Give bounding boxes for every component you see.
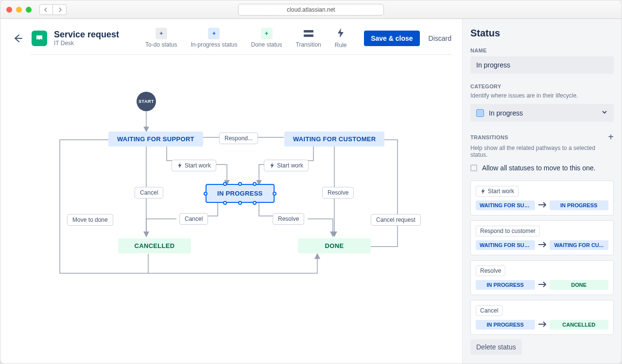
discard-button[interactable]: Discard [429,34,451,42]
delete-status-button[interactable]: Delete status [470,339,522,355]
resize-handle[interactable] [223,201,227,205]
start-node[interactable]: START [137,92,156,111]
transitions-hint: Help show all the related pathways to a … [470,145,614,158]
sidebar-title: Status [470,28,614,39]
status-sidebar: Status NAME CATEGORY Identify where issu… [462,19,622,364]
transition-to-pill: IN PROGRESS [550,200,609,210]
status-waiting-for-support[interactable]: WAITING FOR SUPPORT [108,132,203,147]
workflow-canvas[interactable]: START WAITING FOR SUPPORT WAITING FOR CU… [11,55,451,364]
transition-name: Cancel [476,305,502,316]
lightning-icon [269,163,275,168]
transition-name: Resolve [476,265,505,276]
add-todo-status-button[interactable]: +To-do status [145,28,177,49]
transition-name: Respond to customer [476,226,540,236]
status-done[interactable]: DONE [298,238,371,253]
arrow-right-icon [538,241,547,249]
category-swatch-icon [476,109,484,117]
transition-card[interactable]: Respond to customerWAITING FOR SUP...WAI… [470,220,614,255]
resize-handle[interactable] [273,192,276,196]
transition-from-pill: IN PROGRESS [476,320,535,330]
project-icon [32,31,47,46]
transition-icon [304,28,313,39]
resize-handle[interactable] [238,201,242,205]
lightning-icon [336,28,345,40]
project-name: IT Desk [54,40,119,47]
transition-label: Start work [277,162,303,169]
checkbox-label: Allow all statuses to move to this one. [482,164,595,172]
status-cancelled[interactable]: CANCELLED [118,238,191,253]
category-value: In progress [489,109,523,117]
workflow-title: Service request [54,30,119,40]
category-label: CATEGORY [470,83,614,89]
tool-label: Transition [296,41,321,48]
minimize-window-icon[interactable] [16,7,22,13]
workflow-edges [11,55,451,364]
transition-to-pill: DONE [550,280,609,290]
tool-label: To-do status [145,41,177,48]
resize-handle[interactable] [253,201,257,205]
status-waiting-for-customer[interactable]: WAITING FOR CUSTOMER [284,132,384,147]
category-select[interactable]: In progress [470,104,614,122]
transition-cancel[interactable]: Cancel [179,213,208,225]
add-transition-button[interactable]: + [608,132,614,143]
save-button[interactable]: Save & close [364,31,419,46]
transition-from-pill: WAITING FOR SUP... [476,200,535,210]
transition-to-pill: CANCELLED [550,320,609,330]
transition-card[interactable]: CancelIN PROGRESSCANCELLED [470,300,614,335]
transition-card[interactable]: ResolveIN PROGRESSDONE [470,260,614,295]
window-titlebar: cloud.atlassian.net [0,0,622,19]
add-rule-button[interactable]: Rule [335,28,347,49]
status-name-input[interactable] [470,56,614,74]
transition-cancel[interactable]: Cancel [135,187,163,199]
transition-from-pill: WAITING FOR SUP... [476,240,535,250]
transition-resolve[interactable]: Resolve [273,213,304,225]
lightning-icon [177,163,183,168]
transition-resolve[interactable]: Resolve [322,187,354,199]
resize-handle[interactable] [204,192,207,196]
transition-start-work[interactable]: Start work [264,160,309,171]
resize-handle[interactable] [253,182,257,186]
transition-card[interactable]: Start workWAITING FOR SUP...IN PROGRESS [470,181,614,215]
browser-forward-button[interactable] [53,4,67,15]
add-inprogress-status-button[interactable]: +In-progress status [190,28,237,49]
status-label: IN PROGRESS [217,190,263,197]
tool-label: Done status [251,41,282,48]
checkbox-icon [470,165,477,171]
status-in-progress[interactable]: IN PROGRESS [206,184,275,203]
close-window-icon[interactable] [6,7,12,13]
add-done-status-button[interactable]: +Done status [251,28,282,49]
tool-label: In-progress status [190,41,237,48]
browser-back-button[interactable] [39,4,53,15]
traffic-lights [6,7,32,13]
transition-from-pill: IN PROGRESS [476,280,535,290]
transitions-label: TRANSITIONS [470,134,508,140]
arrow-right-icon [538,320,547,329]
name-label: NAME [470,48,614,53]
arrow-right-icon [538,201,547,210]
address-bar[interactable]: cloud.atlassian.net [238,4,384,16]
transition-to-pill: WAITING FOR CU... [550,240,609,250]
transition-respond[interactable]: Respond... [219,132,258,144]
back-button[interactable] [11,32,25,45]
transition-move-to-done[interactable]: Move to done [67,214,113,226]
add-transition-button[interactable]: Transition [296,28,321,49]
arrow-right-icon [538,281,547,289]
transition-name: Start work [476,186,518,197]
allow-all-checkbox[interactable]: Allow all statuses to move to this one. [470,164,614,172]
resize-handle[interactable] [238,182,242,186]
transition-start-work[interactable]: Start work [172,160,216,171]
tool-label: Rule [335,42,347,49]
chevron-down-icon [601,109,608,117]
transition-cancel-request[interactable]: Cancel request [371,214,421,226]
category-hint: Identify where issues are in their lifec… [470,92,614,99]
transition-label: Start work [185,162,211,169]
maximize-window-icon[interactable] [26,7,32,13]
resize-handle[interactable] [223,182,227,186]
